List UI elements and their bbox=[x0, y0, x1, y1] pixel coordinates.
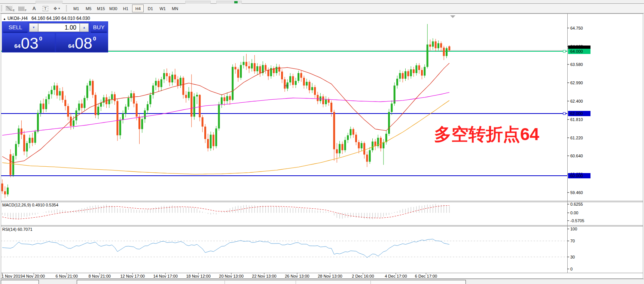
price-axis[interactable]: 64.75064.16063.58062.99062.40061.81061.2… bbox=[567, 26, 584, 271]
svg-text:0.6255: 0.6255 bbox=[570, 202, 583, 206]
svg-text:12 Nov 17:00: 12 Nov 17:00 bbox=[120, 274, 144, 278]
chart-tab[interactable] bbox=[1, 280, 39, 284]
svg-text:61.810: 61.810 bbox=[570, 117, 583, 122]
svg-text:30: 30 bbox=[570, 255, 575, 259]
clipped-upper-toolbar bbox=[0, 0, 644, 4]
svg-text:62.000: 62.000 bbox=[570, 111, 583, 116]
svg-text:28 Nov 13:00: 28 Nov 13:00 bbox=[318, 274, 342, 278]
chart-tab[interactable] bbox=[77, 280, 466, 284]
rsi-line bbox=[2, 239, 449, 257]
clipped-icon bbox=[234, 1, 238, 3]
svg-text:62.990: 62.990 bbox=[570, 81, 583, 85]
buy-price-display[interactable]: 64 08 0 bbox=[56, 33, 108, 52]
tab-divider bbox=[370, 281, 371, 284]
svg-text:4 Nov 20:00: 4 Nov 20:00 bbox=[23, 274, 45, 278]
tab-divider bbox=[225, 281, 225, 284]
time-axis[interactable]: 1 Nov 20194 Nov 20:006 Nov 21:008 Nov 21… bbox=[1, 273, 437, 279]
timeframe-button-W1[interactable]: W1 bbox=[157, 4, 168, 12]
text-label-icon[interactable]: A bbox=[29, 4, 39, 12]
svg-text:60.000: 60.000 bbox=[570, 173, 583, 178]
svg-text:6 Dec 17:00: 6 Dec 17:00 bbox=[415, 274, 437, 278]
chevron-down-icon: ▾ bbox=[58, 7, 60, 10]
svg-text:0.00: 0.00 bbox=[570, 211, 578, 215]
chart-shift-marker-icon[interactable] bbox=[450, 15, 455, 18]
volume-input[interactable] bbox=[38, 23, 80, 32]
rsi-pane bbox=[1, 239, 567, 257]
chart-canvas[interactable]: 64.75064.16063.58062.99062.40061.81061.2… bbox=[0, 13, 644, 279]
svg-text:70: 70 bbox=[570, 239, 575, 243]
chart-annotation: 多空转折点64 bbox=[434, 123, 539, 146]
svg-text:20 Nov 13:00: 20 Nov 13:00 bbox=[219, 274, 243, 278]
toolbar-separator bbox=[66, 5, 67, 12]
volume-decrease-button[interactable]: ▼ bbox=[29, 23, 38, 32]
sell-price-display[interactable]: 64 03 0 bbox=[2, 33, 55, 52]
svg-text:62.400: 62.400 bbox=[570, 99, 583, 103]
sell-price-big: 03 bbox=[21, 36, 39, 51]
svg-text:26 Nov 13:00: 26 Nov 13:00 bbox=[285, 274, 309, 278]
timeframe-button-H1[interactable]: H1 bbox=[120, 4, 131, 12]
svg-text:8 Nov 21:00: 8 Nov 21:00 bbox=[89, 274, 111, 278]
timeframe-button-MN[interactable]: MN bbox=[169, 4, 181, 12]
svg-text:-0.5705: -0.5705 bbox=[570, 218, 584, 223]
macd-signal-line bbox=[2, 205, 449, 219]
toolbar-drag-handle[interactable] bbox=[1, 5, 2, 12]
tab-divider bbox=[296, 281, 296, 284]
svg-text:63.580: 63.580 bbox=[570, 62, 583, 67]
svg-text:0: 0 bbox=[570, 267, 573, 271]
arrow-up-icon: ▲ bbox=[83, 26, 86, 29]
sell-button[interactable]: SELL bbox=[3, 22, 28, 33]
rsi-indicator-label: RSI(14) 60.7071 bbox=[2, 227, 33, 232]
pane-borders bbox=[1, 14, 643, 279]
macd-pane bbox=[2, 204, 449, 219]
ohlc-readout: 64.160 64.190 64.010 64.030 bbox=[31, 16, 90, 21]
timeframe-button-H4[interactable]: H4 bbox=[132, 4, 144, 12]
collapse-arrow-icon[interactable]: ▲ bbox=[3, 17, 6, 21]
timeframe-button-M15[interactable]: M15 bbox=[95, 4, 107, 12]
svg-text:60.640: 60.640 bbox=[570, 154, 583, 158]
svg-text:6 Nov 21:00: 6 Nov 21:00 bbox=[56, 274, 78, 278]
svg-text:1 Nov 2019: 1 Nov 2019 bbox=[1, 274, 22, 278]
sell-price-prefix: 64 bbox=[14, 43, 21, 49]
sell-price-sup: 0 bbox=[39, 35, 42, 42]
svg-text:18 Nov 12:00: 18 Nov 12:00 bbox=[186, 274, 210, 278]
svg-text:64.000: 64.000 bbox=[570, 49, 583, 54]
line-handle[interactable] bbox=[563, 50, 565, 52]
text-box-icon[interactable]: T bbox=[40, 4, 50, 12]
svg-text:22 Nov 13:00: 22 Nov 13:00 bbox=[252, 274, 276, 278]
timeframe-button-M5[interactable]: M5 bbox=[83, 4, 94, 12]
ma-fast-line bbox=[2, 63, 449, 163]
volume-increase-button[interactable]: ▲ bbox=[80, 23, 89, 32]
chart-tabs-bar bbox=[0, 279, 644, 284]
ma-slow-line bbox=[2, 100, 449, 174]
macd-indicator-label: MACD(12,26,9) 0.4910 0.5354 bbox=[2, 203, 58, 207]
buy-price-prefix: 64 bbox=[68, 43, 74, 49]
shapes-dropdown-icon[interactable]: ❖▾ bbox=[52, 4, 61, 12]
buy-price-sup: 0 bbox=[93, 35, 96, 42]
one-click-trading-panel: SELL ▼ ▲ BUY 64 03 0 64 08 0 bbox=[2, 21, 108, 52]
svg-text:61.220: 61.220 bbox=[570, 136, 583, 140]
svg-text:64.750: 64.750 bbox=[570, 26, 583, 30]
arrow-down-icon: ▼ bbox=[32, 26, 35, 29]
svg-text:100: 100 bbox=[570, 227, 577, 231]
svg-text:14 Nov 17:00: 14 Nov 17:00 bbox=[153, 274, 177, 278]
svg-text:2 Dec 16:00: 2 Dec 16:00 bbox=[352, 274, 374, 278]
buy-price-big: 08 bbox=[75, 36, 92, 51]
svg-text:4 Dec 17:00: 4 Dec 17:00 bbox=[385, 274, 407, 278]
grid-pattern-icon[interactable]: F bbox=[17, 4, 28, 12]
crosshatch-pattern-icon[interactable]: E bbox=[4, 4, 16, 12]
timeframe-button-M1[interactable]: M1 bbox=[70, 4, 82, 12]
chart-title: ▲UKOil-,H464.160 64.190 64.010 64.030 bbox=[3, 16, 90, 21]
symbol-period-label: UKOil-,H4 bbox=[7, 16, 28, 21]
toolbar: EFAT❖▾ M1M5M15M30H1H4D1W1MN bbox=[0, 4, 644, 13]
timeframe-button-M30[interactable]: M30 bbox=[107, 4, 119, 12]
line-handle[interactable] bbox=[563, 112, 565, 115]
buy-button[interactable]: BUY bbox=[91, 22, 107, 33]
horizontal-level-lines[interactable] bbox=[1, 51, 567, 176]
svg-text:59.460: 59.460 bbox=[570, 190, 583, 195]
timeframe-button-D1[interactable]: D1 bbox=[144, 4, 156, 12]
chart-graphics: 64.75064.16063.58062.99062.40061.81061.2… bbox=[0, 13, 644, 279]
